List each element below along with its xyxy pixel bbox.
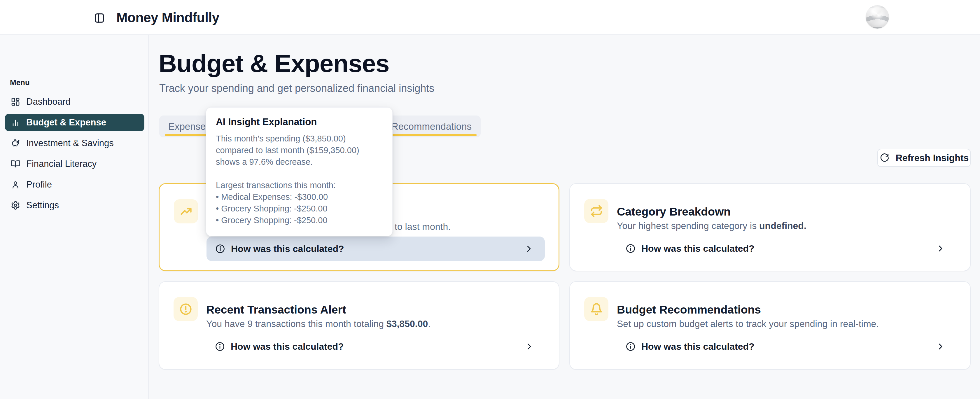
panel-left-icon	[94, 12, 105, 24]
card-body: Set up custom budget alerts to track you…	[617, 318, 953, 329]
card-title: Recent Transactions Alert	[206, 303, 346, 316]
card-body-value: $3,850.00	[387, 318, 428, 329]
chevron-right-icon	[524, 245, 533, 253]
sidebar-section-label: Menu	[10, 78, 30, 87]
sidebar-item-budget-expense[interactable]: Budget & Expense	[5, 114, 145, 131]
card-body: Your highest spending category is undefi…	[617, 220, 953, 232]
chevron-right-icon	[936, 342, 945, 351]
bell-icon	[590, 303, 603, 316]
tooltip-title: AI Insight Explanation	[216, 116, 384, 127]
sidebar-nav: Dashboard Budget & Expense Investment & …	[5, 93, 145, 217]
how-calculated-row[interactable]: How was this calculated?	[207, 237, 545, 261]
user-avatar[interactable]	[865, 5, 889, 29]
card-body: You have 9 transactions this month total…	[206, 318, 541, 329]
sidebar-item-label: Dashboard	[26, 97, 71, 107]
info-icon	[215, 244, 225, 254]
dashboard-grid-icon	[11, 97, 20, 107]
how-calculated-row[interactable]: How was this calculated?	[206, 334, 545, 359]
info-icon	[625, 243, 636, 253]
tooltip-bullet: • Grocery Shopping: -$250.00	[216, 215, 384, 226]
card-category-breakdown: Category Breakdown Your highest spending…	[570, 183, 970, 271]
page-subtitle: Track your spending and get personalized…	[159, 82, 434, 94]
top-header: Money Mindfully	[0, 0, 980, 35]
chevron-right-icon	[936, 244, 945, 253]
sidebar-item-label: Financial Literacy	[26, 159, 97, 169]
sidebar: Menu Dashboard Budget & Expense	[0, 35, 149, 399]
bar-chart-icon	[11, 118, 20, 127]
info-icon	[215, 342, 225, 351]
how-calculated-row[interactable]: How was this calculated?	[617, 334, 956, 359]
sidebar-item-label: Settings	[26, 200, 59, 211]
card-body-value: undefined.	[759, 221, 807, 231]
refresh-insights-label: Refresh Insights	[896, 153, 969, 163]
tooltip-paragraph: This month's spending ($3,850.00) compar…	[216, 133, 384, 168]
card-title: Budget Recommendations	[617, 303, 761, 316]
sidebar-toggle-button[interactable]	[93, 11, 106, 24]
sidebar-item-dashboard[interactable]: Dashboard	[5, 93, 145, 111]
how-calculated-label: How was this calculated?	[231, 341, 525, 352]
tooltip-list-intro: Largest transactions this month:	[216, 180, 384, 191]
gear-icon	[11, 201, 20, 210]
sidebar-item-profile[interactable]: Profile	[5, 176, 145, 193]
sidebar-item-label: Profile	[26, 180, 52, 190]
refresh-icon	[880, 153, 889, 163]
app-root: Money Mindfully Menu Dashboard	[0, 0, 980, 399]
card-recent-transactions: Recent Transactions Alert You have 9 tra…	[159, 281, 559, 370]
alert-circle-icon	[180, 303, 192, 316]
chevron-right-icon	[525, 342, 533, 351]
sidebar-item-financial-literacy[interactable]: Financial Literacy	[5, 155, 145, 173]
sidebar-item-label: Budget & Expense	[26, 117, 106, 128]
sidebar-item-label: Investment & Savings	[26, 138, 114, 148]
how-calculated-row[interactable]: How was this calculated?	[617, 236, 956, 261]
info-icon	[625, 342, 636, 351]
tooltip-bullet: • Medical Expenses: -$300.00	[216, 191, 384, 203]
how-calculated-label: How was this calculated?	[641, 243, 936, 254]
sidebar-item-investment-savings[interactable]: Investment & Savings	[5, 135, 145, 152]
trending-up-icon	[180, 205, 192, 218]
sidebar-item-settings[interactable]: Settings	[5, 197, 145, 214]
card-title: Category Breakdown	[617, 205, 731, 218]
card-icon-box	[584, 199, 608, 223]
how-calculated-label: How was this calculated?	[641, 341, 936, 352]
app-title: Money Mindfully	[116, 10, 220, 25]
how-calculated-label: How was this calculated?	[231, 243, 524, 254]
piggy-bank-icon	[11, 138, 20, 148]
card-icon-box	[173, 297, 198, 321]
open-book-icon	[11, 159, 20, 169]
tooltip-bullet: • Grocery Shopping: -$250.00	[216, 203, 384, 215]
repeat-cycle-icon	[590, 205, 603, 218]
page-title: Budget & Expenses	[159, 49, 390, 78]
user-icon	[11, 180, 20, 189]
card-body-fragment: to last month.	[395, 221, 450, 232]
card-icon-box	[584, 297, 608, 321]
refresh-insights-button[interactable]: Refresh Insights	[877, 149, 970, 167]
card-icon-box	[174, 199, 198, 223]
card-budget-recommendations: Budget Recommendations Set up custom bud…	[570, 281, 970, 370]
ai-insight-tooltip: AI Insight Explanation This month's spen…	[206, 107, 393, 236]
